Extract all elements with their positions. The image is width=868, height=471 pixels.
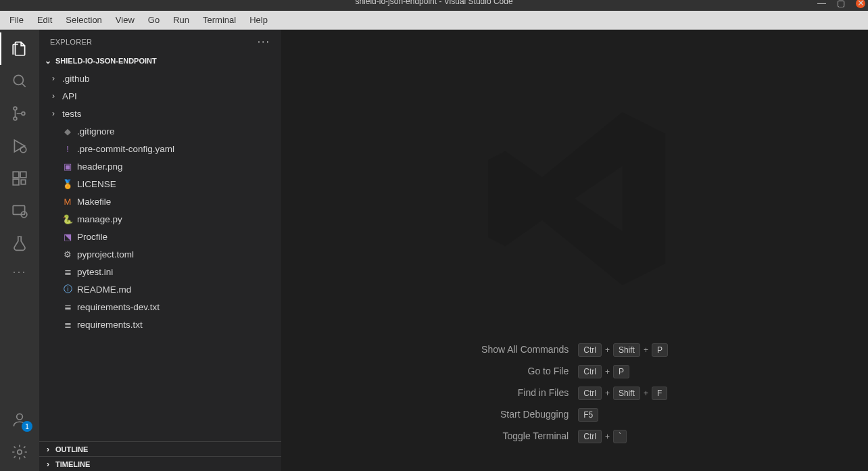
timeline-header[interactable]: › TIMELINE — [39, 456, 281, 471]
titlebar: shield-io-json-endpoint - Visual Studio … — [0, 0, 868, 11]
folder-name: .github — [62, 74, 90, 84]
testing-icon[interactable] — [0, 227, 39, 259]
folder-name: API — [62, 91, 77, 101]
shortcut-label: Start Debugging — [481, 403, 578, 425]
key-badge: Ctrl — [578, 387, 602, 400]
run-debug-icon[interactable] — [0, 130, 39, 162]
file-row[interactable]: ≣requirements.txt — [39, 316, 281, 333]
yaml-icon: ! — [62, 143, 73, 154]
key-badge: P — [652, 343, 668, 357]
svg-rect-9 — [21, 180, 25, 184]
file-row[interactable]: ▣header.png — [39, 157, 281, 175]
toml-icon: ⚙ — [62, 249, 73, 259]
search-icon[interactable] — [0, 65, 39, 97]
chevron-right-icon: › — [49, 91, 58, 101]
svg-point-3 — [14, 117, 17, 120]
svg-point-5 — [20, 147, 26, 153]
menu-edit[interactable]: Edit — [30, 12, 59, 28]
project-header[interactable]: ⌄ SHIELD-IO-JSON-ENDPOINT — [39, 53, 281, 68]
file-row[interactable]: ◆.gitignore — [39, 122, 281, 140]
key-badge: Ctrl — [578, 430, 602, 443]
key-badge: Ctrl — [578, 365, 602, 378]
image-icon: ▣ — [62, 161, 73, 172]
menu-terminal[interactable]: Terminal — [196, 12, 243, 28]
file-name: Procfile — [77, 232, 107, 242]
file-row[interactable]: ⚙pyproject.toml — [39, 245, 281, 263]
explorer-more-icon[interactable]: ··· — [258, 36, 270, 48]
more-icon[interactable]: ··· — [0, 259, 39, 284]
svg-rect-10 — [13, 205, 24, 214]
menu-go[interactable]: Go — [141, 12, 166, 28]
folder-row[interactable]: ›.github — [39, 70, 281, 87]
python-icon: 🐍 — [62, 214, 73, 224]
menu-view[interactable]: View — [109, 12, 141, 28]
file-name: README.md — [77, 284, 131, 295]
heroku-icon: ⬔ — [62, 231, 73, 242]
extensions-icon[interactable] — [0, 162, 39, 195]
minimize-icon[interactable]: — — [817, 0, 826, 8]
file-name: manage.py — [77, 214, 122, 224]
file-name: header.png — [77, 162, 123, 172]
menu-run[interactable]: Run — [166, 12, 196, 28]
shortcut-keys: Ctrl+P — [578, 360, 668, 382]
file-name: .pre-commit-config.yaml — [77, 144, 174, 154]
file-tree: ›.github›API›tests◆.gitignore!.pre-commi… — [39, 68, 281, 441]
file-name: requirements.txt — [77, 320, 143, 330]
file-row[interactable]: MMakefile — [39, 193, 281, 210]
file-row[interactable]: ≣pytest.ini — [39, 263, 281, 280]
timeline-label: TIMELINE — [55, 460, 90, 468]
project-name: SHIELD-IO-JSON-ENDPOINT — [55, 57, 157, 65]
close-icon[interactable]: ✕ — [856, 0, 865, 8]
svg-point-2 — [14, 107, 17, 110]
makefile-icon: M — [62, 196, 73, 207]
shortcut-row: Start DebuggingF5 — [481, 403, 668, 425]
file-row[interactable]: 🐍manage.py — [39, 210, 281, 228]
window-title: shield-io-json-endpoint - Visual Studio … — [355, 0, 512, 6]
file-row[interactable]: ⓘREADME.md — [39, 280, 281, 298]
file-name: requirements-dev.txt — [77, 302, 160, 312]
svg-point-12 — [17, 414, 23, 420]
menu-help[interactable]: Help — [243, 12, 274, 28]
svg-rect-7 — [20, 172, 26, 178]
svg-rect-6 — [13, 172, 19, 178]
folder-row[interactable]: ›API — [39, 87, 281, 105]
text-icon: ≣ — [62, 301, 73, 312]
key-badge: F5 — [578, 408, 598, 422]
file-row[interactable]: 🏅LICENSE — [39, 175, 281, 193]
shortcut-row: Toggle TerminalCtrl+` — [481, 425, 668, 447]
chevron-right-icon: › — [43, 460, 53, 469]
remote-icon[interactable] — [0, 195, 39, 227]
license-icon: 🏅 — [62, 178, 73, 189]
outline-label: OUTLINE — [55, 445, 88, 453]
settings-gear-icon[interactable] — [0, 436, 39, 468]
maximize-icon[interactable]: ▢ — [837, 0, 845, 8]
outline-header[interactable]: › OUTLINE — [39, 441, 281, 456]
menu-selection[interactable]: Selection — [59, 12, 108, 28]
svg-rect-8 — [13, 179, 19, 185]
vscode-watermark-icon — [466, 91, 683, 307]
folder-row[interactable]: ›tests — [39, 105, 281, 122]
shortcut-label: Show All Commands — [481, 339, 578, 360]
activity-bar: ··· 1 — [0, 30, 39, 471]
accounts-badge: 1 — [22, 421, 32, 432]
accounts-icon[interactable]: 1 — [0, 403, 39, 436]
key-badge: P — [613, 365, 629, 378]
chevron-right-icon: › — [49, 109, 58, 118]
shortcut-label: Toggle Terminal — [481, 425, 578, 447]
shortcut-row: Show All CommandsCtrl+Shift+P — [481, 339, 668, 360]
folder-name: tests — [62, 109, 82, 119]
svg-line-1 — [22, 83, 25, 86]
text-icon: ≣ — [62, 319, 73, 330]
explorer-icon[interactable] — [0, 32, 39, 65]
chevron-down-icon: ⌄ — [43, 56, 53, 66]
file-row[interactable]: ⬔Procfile — [39, 228, 281, 245]
ini-icon: ≣ — [62, 266, 73, 277]
file-name: LICENSE — [77, 179, 116, 189]
editor-area: Show All CommandsCtrl+Shift+PGo to FileC… — [281, 30, 868, 471]
file-row[interactable]: ≣requirements-dev.txt — [39, 298, 281, 316]
shortcut-row: Go to FileCtrl+P — [481, 360, 668, 382]
menu-file[interactable]: File — [3, 12, 30, 28]
file-row[interactable]: !.pre-commit-config.yaml — [39, 140, 281, 157]
git-icon: ◆ — [62, 126, 73, 137]
source-control-icon[interactable] — [0, 97, 39, 130]
